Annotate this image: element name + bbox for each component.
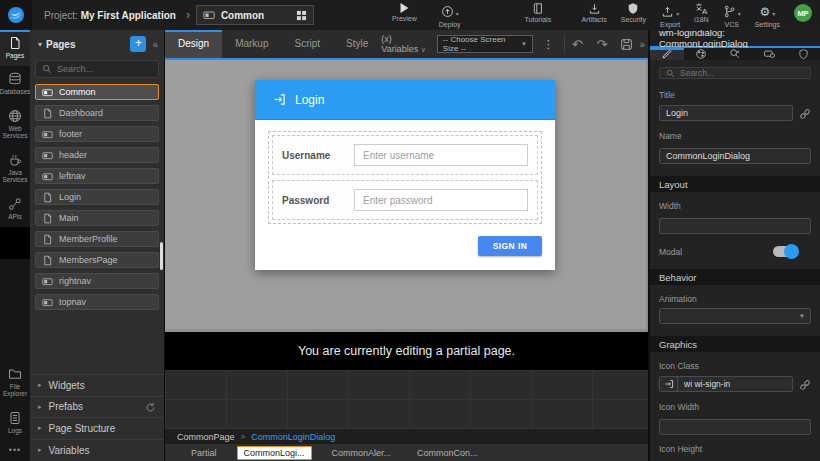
bind-link-icon[interactable] — [799, 104, 811, 122]
breadcrumb-parent[interactable]: CommonPage — [177, 432, 235, 442]
page-item-common[interactable]: Common — [35, 84, 159, 100]
tutorials-button[interactable]: Tutorials — [525, 2, 552, 23]
tab-dialogs[interactable] — [752, 48, 786, 60]
pages-search[interactable] — [35, 60, 159, 78]
tab-common-alert-dialog[interactable]: CommonAler... — [326, 447, 398, 459]
breadcrumb-current[interactable]: CommonLoginDialog — [251, 432, 335, 442]
title-field-input[interactable] — [659, 105, 793, 121]
rail-item-databases[interactable]: Databases — [0, 66, 30, 102]
page-item-memberprofile[interactable]: MemberProfile — [35, 231, 159, 247]
section-page-structure[interactable]: ▸ Page Structure — [30, 418, 164, 440]
tab-script[interactable]: Script — [282, 30, 334, 58]
expand-inspector-button[interactable]: » — [639, 39, 645, 50]
rail-item-file-explorer[interactable]: File Explorer — [0, 361, 30, 405]
login-dialog-widget[interactable]: Login Username Password SIG — [255, 80, 555, 270]
page-item-leftnav[interactable]: leftnav — [35, 168, 159, 184]
rail-empty-slot — [0, 227, 30, 259]
name-field-input[interactable] — [659, 148, 811, 164]
rail-item-java-services[interactable]: Java Services — [0, 147, 30, 191]
page-item-header[interactable]: header — [35, 147, 159, 163]
pages-scrollbar[interactable] — [160, 242, 163, 270]
search-icon — [666, 69, 675, 78]
tab-events[interactable] — [718, 48, 752, 60]
section-widgets[interactable]: ▸ Widgets — [30, 375, 164, 397]
page-item-memberspage[interactable]: MembersPage — [35, 252, 159, 268]
rail-item-logs[interactable]: Logs — [0, 405, 30, 441]
preview-button[interactable]: Preview — [392, 2, 417, 22]
variables-menu[interactable]: (x) Variables ∨ — [381, 34, 427, 54]
add-page-button[interactable]: + — [130, 36, 146, 52]
settings-button[interactable]: ⚙▾ Settings — [755, 2, 780, 28]
vcs-button[interactable]: ▾ VCS — [723, 2, 741, 28]
icon-class-input-group[interactable]: wi wi-sign-in — [659, 376, 793, 392]
page-item-main[interactable]: Main — [35, 210, 159, 226]
redo-button[interactable]: ↷ — [597, 37, 608, 52]
properties-search-input[interactable] — [680, 68, 804, 78]
rail-more-button[interactable]: ••• — [0, 441, 30, 461]
user-avatar[interactable]: MP — [794, 4, 812, 22]
bind-link-icon[interactable] — [799, 375, 811, 393]
refresh-icon[interactable] — [145, 401, 156, 413]
tab-properties[interactable] — [650, 48, 684, 60]
collapse-panel-button[interactable]: « — [150, 39, 160, 50]
page-item-topnav[interactable]: topnav — [35, 294, 159, 310]
section-variables[interactable]: ▸ Variables — [30, 440, 164, 461]
pages-panel-header[interactable]: ▾ Pages + « — [30, 30, 164, 58]
artifacts-button[interactable]: Artifacts — [581, 2, 606, 23]
security-button[interactable]: Security — [621, 2, 646, 23]
undo-button[interactable]: ↶ — [572, 37, 583, 52]
tab-styles[interactable] — [684, 48, 718, 60]
app-logo[interactable] — [0, 0, 32, 30]
pages-icon — [8, 36, 22, 50]
animation-select[interactable]: ▼ — [659, 308, 811, 324]
section-behavior[interactable]: Behavior — [650, 269, 820, 285]
rail-item-pages[interactable]: Pages — [0, 30, 30, 66]
pages-search-input[interactable] — [57, 64, 152, 74]
tab-partial[interactable]: Partial — [185, 447, 223, 459]
username-row[interactable]: Username — [272, 135, 538, 175]
username-input[interactable] — [354, 144, 528, 166]
rail-item-apis[interactable]: APIs — [0, 191, 30, 227]
dialog-header[interactable]: Login — [255, 80, 555, 120]
tab-design[interactable]: Design — [165, 30, 222, 58]
icon-width-field-input[interactable] — [659, 419, 811, 435]
deploy-button[interactable]: ▾ Deploy — [439, 2, 461, 28]
page-icon — [42, 234, 53, 245]
dialog-bubble-icon — [763, 48, 776, 60]
tab-markup[interactable]: Markup — [222, 30, 281, 58]
properties-search[interactable] — [659, 67, 811, 79]
page-selector-dropdown[interactable]: Common — [196, 5, 314, 25]
save-button[interactable] — [620, 35, 633, 53]
page-item-rightnav[interactable]: rightnav — [35, 273, 159, 289]
width-field-label: Width — [659, 201, 811, 211]
modal-toggle[interactable] — [773, 246, 797, 257]
tab-common-confirm-dialog[interactable]: CommonCon... — [411, 447, 484, 459]
i18n-button[interactable]: A i18N — [694, 2, 708, 23]
tab-style[interactable]: Style — [333, 30, 381, 58]
partial-icon — [42, 150, 53, 161]
password-input[interactable] — [354, 189, 528, 211]
icon-width-field-label: Icon Width — [659, 402, 811, 412]
width-field-input[interactable] — [659, 218, 811, 234]
page-item-footer[interactable]: footer — [35, 126, 159, 142]
section-prefabs[interactable]: ▸ Prefabs — [30, 397, 164, 419]
canvas-grid-area[interactable] — [165, 370, 648, 429]
export-button[interactable]: ▾ Export — [660, 2, 680, 28]
page-item-dashboard[interactable]: Dashboard — [35, 105, 159, 121]
screen-size-select[interactable]: -- Choose Screen Size -- ▼ — [437, 35, 533, 53]
more-options-button[interactable]: ⋮ — [543, 38, 554, 51]
section-graphics[interactable]: Graphics — [650, 336, 820, 352]
tab-common-login-dialog[interactable]: CommonLogi... — [237, 446, 312, 460]
login-form[interactable]: Username Password — [268, 131, 542, 224]
sign-in-button[interactable]: SIGN IN — [478, 236, 542, 256]
tab-security[interactable] — [786, 48, 820, 60]
design-canvas[interactable]: Login Username Password SIG — [165, 58, 648, 332]
folder-icon — [8, 367, 22, 381]
page-item-label: Dashboard — [59, 108, 103, 118]
password-label: Password — [282, 195, 354, 206]
rail-item-web-services[interactable]: Web Services — [0, 103, 30, 147]
password-row[interactable]: Password — [272, 180, 538, 220]
section-layout[interactable]: Layout — [650, 176, 820, 192]
search-icon — [42, 64, 52, 74]
page-item-login[interactable]: Login — [35, 189, 159, 205]
